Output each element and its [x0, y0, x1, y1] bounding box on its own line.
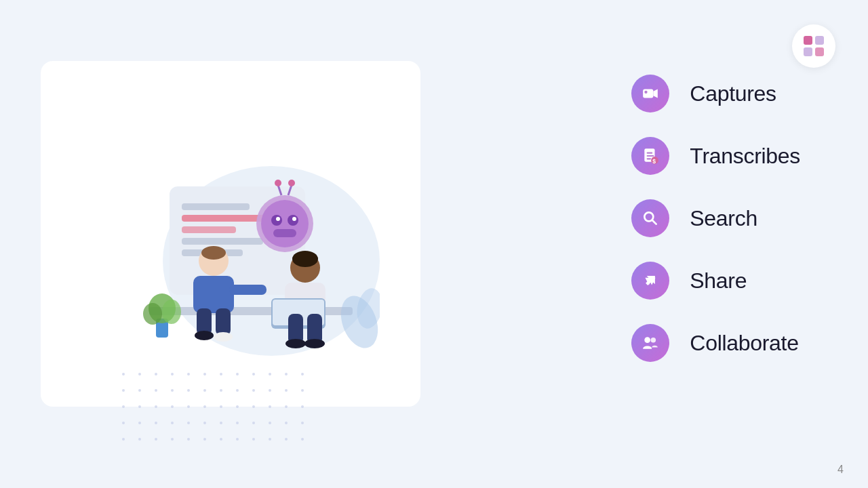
dot [171, 389, 174, 392]
svg-point-35 [304, 339, 325, 348]
svg-text:$: $ [653, 158, 656, 165]
dot [187, 373, 190, 375]
dot [203, 389, 206, 392]
svg-point-14 [275, 180, 281, 186]
dot [155, 373, 157, 375]
share-icon [642, 272, 659, 289]
dot [252, 405, 255, 408]
dot [285, 438, 288, 441]
dot [155, 422, 157, 424]
svg-rect-60 [815, 47, 824, 56]
dot [269, 389, 271, 392]
svg-point-38 [143, 303, 162, 325]
svg-point-55 [645, 337, 651, 343]
svg-point-8 [261, 200, 309, 247]
dot [236, 389, 239, 392]
dot [301, 405, 304, 408]
dot [155, 389, 157, 392]
dot [252, 389, 255, 392]
svg-rect-58 [815, 36, 824, 45]
dot [220, 389, 222, 392]
svg-rect-2 [182, 203, 250, 210]
dot [171, 373, 174, 375]
dot [285, 405, 288, 408]
dot-grid-decoration: // Will be generated by JS below [122, 373, 312, 449]
dot [220, 373, 222, 375]
dot [269, 405, 271, 408]
svg-point-34 [285, 339, 306, 348]
feature-list: Captures $ Transcribes [631, 75, 800, 362]
svg-point-28 [292, 251, 318, 267]
dot [138, 438, 141, 441]
dot [122, 389, 125, 392]
search-icon-circle [631, 199, 669, 237]
dot [203, 422, 206, 424]
document-icon: $ [642, 147, 659, 165]
svg-point-56 [651, 338, 656, 343]
svg-rect-42 [643, 89, 653, 98]
dot [236, 422, 239, 424]
share-label: Share [690, 268, 747, 293]
transcribes-icon-circle: $ [631, 137, 669, 175]
dot [138, 389, 141, 392]
slide: // Will be generated by JS below Capture… [0, 0, 868, 488]
feature-item-search: Search [631, 199, 800, 237]
dot [203, 405, 206, 408]
dot [220, 438, 222, 441]
logo-container [792, 24, 835, 68]
svg-point-26 [214, 332, 233, 342]
dot [252, 373, 255, 375]
svg-rect-24 [216, 308, 231, 336]
dot [155, 438, 157, 441]
dot [285, 422, 288, 424]
search-label: Search [690, 206, 757, 231]
dot [252, 422, 255, 424]
svg-rect-17 [273, 229, 296, 237]
svg-point-20 [201, 246, 226, 260]
svg-rect-59 [804, 47, 812, 56]
dot [122, 373, 125, 375]
dot [301, 438, 304, 441]
dot [122, 422, 125, 424]
dot [236, 405, 239, 408]
dot [236, 373, 239, 375]
captures-label: Captures [690, 81, 776, 106]
dot [203, 438, 206, 441]
dot [171, 405, 174, 408]
share-icon-circle [631, 262, 669, 300]
feature-item-captures: Captures [631, 75, 800, 113]
dot [171, 422, 174, 424]
illustration [81, 125, 380, 356]
collaborate-icon-circle [631, 324, 669, 362]
dot [220, 405, 222, 408]
svg-rect-4 [182, 226, 236, 233]
dot [269, 373, 271, 375]
dot [187, 405, 190, 408]
dot [252, 438, 255, 441]
feature-item-collaborate: Collaborate [631, 324, 800, 362]
svg-line-52 [652, 220, 656, 224]
svg-point-44 [645, 91, 648, 94]
dot [187, 389, 190, 392]
dot [187, 438, 190, 441]
dot [155, 405, 157, 408]
dot [285, 373, 288, 375]
dot [203, 373, 206, 375]
svg-rect-22 [229, 285, 267, 295]
svg-rect-47 [647, 155, 654, 157]
dot [220, 422, 222, 424]
feature-item-transcribes: $ Transcribes [631, 137, 800, 175]
dot [269, 422, 271, 424]
dot [122, 405, 125, 408]
dot [236, 438, 239, 441]
svg-rect-48 [647, 158, 652, 159]
dot [285, 389, 288, 392]
dot [171, 438, 174, 441]
slide-number: 4 [837, 464, 844, 476]
transcribes-label: Transcribes [690, 144, 800, 169]
people-icon [642, 334, 659, 352]
svg-rect-57 [804, 36, 812, 45]
svg-point-39 [162, 300, 181, 324]
dot [138, 405, 141, 408]
search-icon [642, 209, 659, 227]
